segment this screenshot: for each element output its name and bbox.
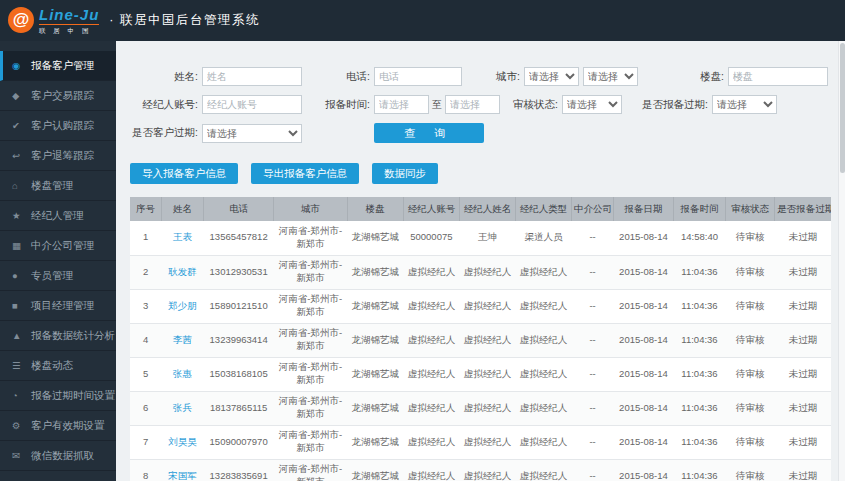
report-expired-select[interactable]: 请选择 <box>712 95 777 114</box>
search-row-2: 经纪人账号: 报备时间: 至 审核状态: 请选择 是否报备过期: 请选择 <box>130 95 831 114</box>
cell-phone: 13565457812 <box>204 221 274 255</box>
sidebar-item-6[interactable]: ★经纪人管理 <box>0 201 116 231</box>
cell-city: 河南省-郑州市-新郑市 <box>274 289 348 323</box>
cell-phone: 13012930531 <box>204 255 274 289</box>
cell-report-date: 2015-08-14 <box>614 425 674 459</box>
project-manager-icon: ■ <box>12 300 27 311</box>
agent-account-input[interactable] <box>202 95 302 114</box>
cell-agent-name: 虚拟经纪人 <box>459 459 515 481</box>
audit-status-select[interactable]: 请选择 <box>562 95 622 114</box>
cell-agent-account: 虚拟经纪人 <box>403 391 459 425</box>
cell-report-time: 14:58:40 <box>673 221 726 255</box>
report-customers-table: 序号姓名电话城市楼盘经纪人账号经纪人姓名经纪人类型中介公司报备日期报备时间审核状… <box>130 197 831 481</box>
cell-name[interactable]: 刘昊昊 <box>162 425 204 459</box>
table-row: 3郑少朋15890121510河南省-郑州市-新郑市龙湖锦艺城虚拟经纪人虚拟经纪… <box>130 289 831 323</box>
report-time-label: 报备时间: <box>314 98 374 112</box>
estate-input[interactable] <box>728 67 828 86</box>
sidebar-item-4[interactable]: ↩客户退筹跟踪 <box>0 141 116 171</box>
column-header-phone: 电话 <box>204 197 274 221</box>
column-header-agent-name: 经纪人姓名 <box>459 197 515 221</box>
cell-agency: -- <box>572 425 614 459</box>
phone-input[interactable] <box>374 67 462 86</box>
sidebar-item-8[interactable]: ●专员管理 <box>0 261 116 291</box>
sidebar-item-3[interactable]: ✔客户认购跟踪 <box>0 111 116 141</box>
city-city-select[interactable]: 请选择 <box>583 67 638 86</box>
cell-agent-account: 虚拟经纪人 <box>403 459 459 481</box>
cell-estate: 龙湖锦艺城 <box>347 221 403 255</box>
cell-index: 6 <box>130 391 162 425</box>
sidebar-item-label: 中介公司管理 <box>31 239 94 253</box>
sidebar: ◉报备客户管理◆客户交易跟踪✔客户认购跟踪↩客户退筹跟踪⌂楼盘管理★经纪人管理▦… <box>0 41 116 481</box>
vertical-scrollbar[interactable] <box>838 41 845 481</box>
sidebar-item-2[interactable]: ◆客户交易跟踪 <box>0 81 116 111</box>
customer-expired-select[interactable]: 请选择 <box>202 124 302 143</box>
sidebar-item-label: 经纪人管理 <box>31 209 84 223</box>
import-report-customers-button[interactable]: 导入报备客户信息 <box>130 163 238 184</box>
sidebar-item-5[interactable]: ⌂楼盘管理 <box>0 171 116 201</box>
table-header-row: 序号姓名电话城市楼盘经纪人账号经纪人姓名经纪人类型中介公司报备日期报备时间审核状… <box>130 197 831 221</box>
sidebar-item-label: 客户有效期设置 <box>31 419 105 433</box>
cell-name[interactable]: 张惠 <box>162 357 204 391</box>
cell-city: 河南省-郑州市-新郑市 <box>274 425 348 459</box>
system-title: · 联居中国后台管理系统 <box>109 12 260 29</box>
cell-agent-type: 虚拟经纪人 <box>516 289 572 323</box>
name-input[interactable] <box>202 67 302 86</box>
sidebar-item-label: 项目经理管理 <box>31 299 94 313</box>
to-label: 至 <box>429 98 445 112</box>
cell-estate: 龙湖锦艺城 <box>347 289 403 323</box>
cell-agent-name: 虚拟经纪人 <box>459 425 515 459</box>
sidebar-item-7[interactable]: ▦中介公司管理 <box>0 231 116 261</box>
cell-agent-account: 虚拟经纪人 <box>403 323 459 357</box>
sidebar-item-9[interactable]: ■项目经理管理 <box>0 291 116 321</box>
cell-name[interactable]: 郑少朋 <box>162 289 204 323</box>
table-row: 5张惠15038168105河南省-郑州市-新郑市龙湖锦艺城虚拟经纪人虚拟经纪人… <box>130 357 831 391</box>
cell-audit-status: 待审核 <box>726 289 775 323</box>
cell-agent-type: 虚拟经纪人 <box>516 391 572 425</box>
data-sync-button[interactable]: 数据同步 <box>372 163 438 184</box>
report-time-start-input[interactable] <box>374 95 429 114</box>
cell-name[interactable]: 耿发群 <box>162 255 204 289</box>
export-report-customers-button[interactable]: 导出报备客户信息 <box>251 163 359 184</box>
cell-agent-type: 虚拟经纪人 <box>516 255 572 289</box>
sidebar-item-11[interactable]: ☰楼盘动态 <box>0 351 116 381</box>
report-customer-icon: ◉ <box>12 60 27 71</box>
sidebar-item-13[interactable]: ⚙客户有效期设置 <box>0 411 116 441</box>
cell-audit-status: 待审核 <box>726 323 775 357</box>
query-button[interactable]: 查 询 <box>374 123 484 143</box>
sidebar-item-12[interactable]: ◔报备过期时间设置 <box>0 381 116 411</box>
cell-report-expired: 未过期 <box>775 255 831 289</box>
cell-estate: 龙湖锦艺城 <box>347 255 403 289</box>
table-row: 7刘昊昊15090007970河南省-郑州市-新郑市龙湖锦艺城虚拟经纪人虚拟经纪… <box>130 425 831 459</box>
cell-agent-account: 虚拟经纪人 <box>403 357 459 391</box>
cell-name[interactable]: 张兵 <box>162 391 204 425</box>
sidebar-item-10[interactable]: ▲报备数据统计分析 <box>0 321 116 351</box>
cell-report-expired: 未过期 <box>775 425 831 459</box>
cell-agent-type: 虚拟经纪人 <box>516 425 572 459</box>
specialist-icon: ● <box>12 270 27 281</box>
sidebar-item-label: 微信数据抓取 <box>31 449 94 463</box>
scrollbar-thumb[interactable] <box>840 43 845 173</box>
sidebar-item-14[interactable]: ✉微信数据抓取 <box>0 441 116 471</box>
cell-estate: 龙湖锦艺城 <box>347 323 403 357</box>
cell-name[interactable]: 王表 <box>162 221 204 255</box>
cell-report-expired: 未过期 <box>775 221 831 255</box>
report-time-end-input[interactable] <box>445 95 500 114</box>
cell-report-date: 2015-08-14 <box>614 459 674 481</box>
table-row: 2耿发群13012930531河南省-郑州市-新郑市龙湖锦艺城虚拟经纪人虚拟经纪… <box>130 255 831 289</box>
sidebar-item-label: 报备过期时间设置 <box>31 389 115 403</box>
cell-report-expired: 未过期 <box>775 323 831 357</box>
city-province-select[interactable]: 请选择 <box>524 67 579 86</box>
wechat-data-icon: ✉ <box>12 450 27 461</box>
search-row-1: 姓名: 电话: 城市: 请选择 请选择 楼盘: <box>130 67 831 86</box>
cell-report-expired: 未过期 <box>775 357 831 391</box>
cell-name[interactable]: 宋国军 <box>162 459 204 481</box>
top-header-bar: @ Line-Ju 联 居 中 国 · 联居中国后台管理系统 <box>0 0 845 41</box>
sidebar-item-label: 楼盘动态 <box>31 359 73 373</box>
cell-agent-name: 虚拟经纪人 <box>459 255 515 289</box>
cell-audit-status: 待审核 <box>726 255 775 289</box>
cell-name[interactable]: 李茜 <box>162 323 204 357</box>
sidebar-item-1[interactable]: ◉报备客户管理 <box>0 51 116 81</box>
name-label: 姓名: <box>130 70 202 84</box>
cell-city: 河南省-郑州市-新郑市 <box>274 323 348 357</box>
cell-report-date: 2015-08-14 <box>614 289 674 323</box>
